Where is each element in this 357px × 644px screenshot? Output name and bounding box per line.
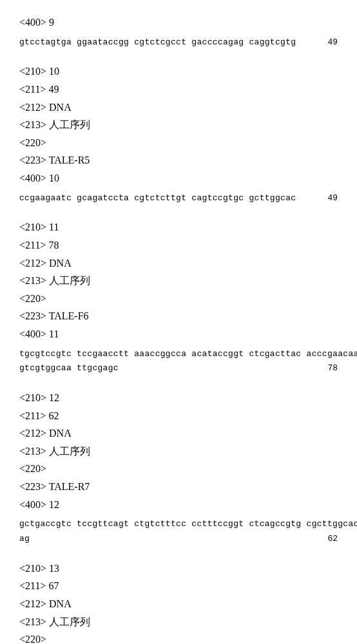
sequence-line: gtcgtggcaa ttgcgagc78	[19, 362, 338, 375]
sequence-tag: <213> 人工序列	[19, 272, 338, 289]
sequence-tag: <400> 9	[19, 14, 338, 31]
sequence-line: tgcgtccgtc tccgaacctt aaaccggcca acatacc…	[19, 348, 338, 361]
sequence-tag: <400> 11	[19, 326, 338, 343]
sequence-text: gtcctagtga ggaataccgg cgtctcgcct gacccca…	[19, 36, 296, 50]
sequence-line: gtcctagtga ggaataccgg cgtctcgcct gacccca…	[19, 36, 338, 50]
sequence-position: 78	[314, 362, 338, 375]
sequence-tag: <210> 12	[19, 390, 338, 406]
sequence-line: ag62	[19, 533, 338, 546]
sequence-tag: <223> TALE-F6	[19, 308, 338, 325]
sequence-text: ag	[19, 533, 30, 546]
sequence-position: 49	[314, 36, 338, 50]
sequence-tag: <210> 11	[19, 219, 338, 236]
sequence-tag: <212> DNA	[19, 596, 338, 612]
sequence-tag: <213> 人工序列	[19, 117, 338, 133]
sequence-tag: <210> 13	[19, 560, 338, 577]
sequence-tag: <220>	[19, 290, 338, 307]
sequence-tag: <220>	[19, 135, 338, 151]
sequence-tag: <212> DNA	[19, 425, 338, 442]
sequence-text: tgcgtccgtc tccgaacctt aaaccggcca acatacc…	[19, 348, 357, 361]
sequence-tag: <223> TALE-R7	[19, 478, 338, 495]
sequence-text: ccgaagaatc gcagatccta cgtctcttgt cagtccg…	[19, 192, 296, 205]
sequence-line: ccgaagaatc gcagatccta cgtctcttgt cagtccg…	[19, 192, 338, 205]
sequence-position: 62	[314, 533, 338, 546]
sequence-tag: <211> 67	[19, 578, 338, 594]
sequence-tag: <213> 人工序列	[19, 443, 338, 460]
sequence-text: gctgaccgtc tccgttcagt ctgtctttcc cctttcc…	[19, 518, 357, 531]
sequence-tag: <400> 10	[19, 170, 338, 187]
sequence-listing: <400> 9gtcctagtga ggaataccgg cgtctcgcct …	[19, 14, 338, 644]
sequence-tag: <220>	[19, 460, 338, 477]
sequence-line: gctgaccgtc tccgttcagt ctgtctttcc cctttcc…	[19, 518, 338, 531]
sequence-tag: <211> 62	[19, 408, 338, 424]
sequence-position: 49	[314, 192, 338, 205]
sequence-tag: <211> 49	[19, 81, 338, 98]
sequence-tag: <212> DNA	[19, 255, 338, 272]
sequence-tag: <223> TALE-R5	[19, 152, 338, 169]
sequence-tag: <213> 人工序列	[19, 614, 338, 630]
sequence-tag: <211> 78	[19, 237, 338, 254]
sequence-tag: <400> 12	[19, 497, 338, 513]
sequence-tag: <220>	[19, 631, 338, 644]
sequence-tag: <210> 10	[19, 63, 338, 80]
sequence-text: gtcgtggcaa ttgcgagc	[19, 362, 119, 375]
sequence-tag: <212> DNA	[19, 99, 338, 116]
